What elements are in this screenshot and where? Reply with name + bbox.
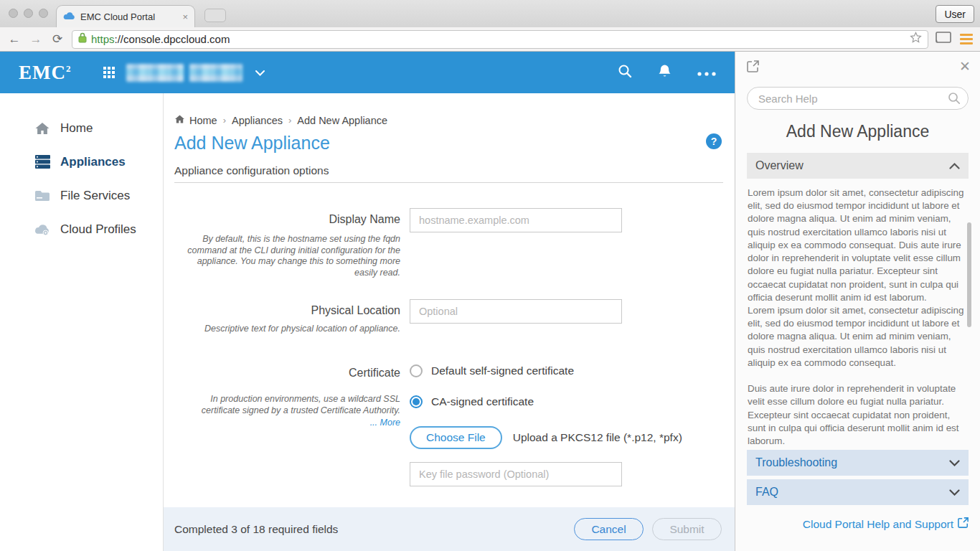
browser-menu-icon[interactable] bbox=[960, 34, 973, 44]
accordion-troubleshooting[interactable]: Troubleshooting bbox=[747, 450, 969, 476]
radio-button[interactable] bbox=[410, 395, 423, 408]
breadcrumb-home-icon bbox=[174, 114, 185, 126]
more-options-ellipsis-icon[interactable] bbox=[697, 66, 716, 79]
cloud-profiles-icon bbox=[34, 223, 51, 236]
cancel-button[interactable]: Cancel bbox=[574, 518, 644, 540]
physical-location-help-text: Descriptive text for physical location o… bbox=[174, 324, 400, 335]
emc-logo: EMC2 bbox=[19, 62, 72, 84]
help-support-link[interactable]: Cloud Portal Help and Support bbox=[747, 517, 969, 531]
breadcrumb-link[interactable]: Appliances bbox=[232, 115, 283, 126]
section-divider bbox=[174, 182, 723, 183]
display-name-row: Display Name By default, this is the hos… bbox=[174, 208, 723, 279]
help-overview-content: Lorem ipsum dolor sit amet, consectetur … bbox=[747, 179, 969, 446]
address-bar[interactable]: https://console.dpccloud.com bbox=[72, 30, 928, 49]
breadcrumb-separator: › bbox=[287, 115, 293, 126]
appliances-icon bbox=[34, 154, 51, 169]
display-name-input[interactable] bbox=[410, 208, 622, 232]
browser-tab[interactable]: EMC Cloud Portal × bbox=[56, 5, 195, 27]
sidebar-item-home[interactable]: Home bbox=[0, 111, 163, 145]
physical-location-row: Physical Location Descriptive text for p… bbox=[174, 299, 723, 335]
new-tab-button[interactable] bbox=[204, 9, 226, 22]
cast-icon[interactable] bbox=[936, 32, 951, 47]
forward-icon[interactable]: → bbox=[29, 32, 43, 47]
url-scheme: https bbox=[91, 33, 115, 45]
tab-title: EMC Cloud Portal bbox=[80, 11, 177, 22]
chevron-up-icon bbox=[949, 159, 960, 172]
url-text: ://console.dpccloud.com bbox=[115, 33, 230, 45]
window-controls[interactable] bbox=[9, 9, 48, 18]
sidebar-item-cloud-profiles[interactable]: Cloud Profiles bbox=[0, 212, 163, 246]
page-help-icon[interactable]: ? bbox=[706, 133, 722, 149]
appliance-form: Display Name By default, this is the hos… bbox=[174, 208, 723, 486]
chevron-down-icon bbox=[949, 456, 960, 469]
physical-location-input[interactable] bbox=[410, 299, 622, 324]
accordion-label: Troubleshooting bbox=[755, 456, 837, 469]
help-panel-title: Add New Appliance bbox=[747, 122, 969, 141]
refresh-icon[interactable]: ⟳ bbox=[50, 32, 65, 47]
sidebar-item-label: Home bbox=[60, 121, 93, 136]
sidebar-nav: Home Appliances File Services bbox=[0, 93, 164, 551]
help-panel: ✕ Add New Appliance Overview Lorem ipsum… bbox=[735, 52, 980, 551]
display-name-help-text: By default, this is the hostname set usi… bbox=[174, 234, 400, 279]
app-header: EMC2 bbox=[0, 52, 735, 93]
app-switcher-grid-icon[interactable] bbox=[103, 67, 115, 78]
upload-hint-text: Upload a PKCS12 file (*.p12, *pfx) bbox=[513, 431, 682, 444]
accordion-label: FAQ bbox=[755, 486, 778, 499]
choose-file-button[interactable]: Choose File bbox=[410, 426, 502, 449]
browser-tab-strip: EMC Cloud Portal × User bbox=[0, 0, 980, 27]
browser-url-bar: ← → ⟳ https://console.dpccloud.com bbox=[0, 27, 980, 52]
open-in-new-window-icon[interactable] bbox=[747, 60, 759, 75]
bookmark-star-icon[interactable] bbox=[910, 32, 922, 47]
search-icon[interactable] bbox=[618, 64, 632, 81]
sidebar-item-appliances[interactable]: Appliances bbox=[0, 145, 163, 179]
workspace-name-redacted bbox=[189, 64, 242, 82]
home-icon bbox=[34, 121, 51, 136]
notifications-bell-icon[interactable] bbox=[658, 64, 672, 81]
submit-button[interactable]: Submit bbox=[652, 518, 722, 540]
help-paragraph: Duis aute irure dolor in reprehenderit i… bbox=[748, 382, 964, 446]
cloud-favicon bbox=[63, 10, 75, 23]
radio-label: CA-signed certificate bbox=[431, 395, 534, 408]
sidebar-item-file-services[interactable]: File Services bbox=[0, 179, 163, 212]
certificate-row: Certificate In production environments, … bbox=[174, 364, 723, 486]
key-file-password-input[interactable] bbox=[410, 462, 622, 486]
workspace-name-redacted bbox=[126, 64, 184, 82]
radio-button[interactable] bbox=[410, 364, 423, 377]
help-search-icon[interactable] bbox=[948, 92, 961, 108]
breadcrumb-separator: › bbox=[222, 115, 227, 126]
accordion-label: Overview bbox=[755, 159, 804, 172]
sidebar-item-label: Appliances bbox=[60, 155, 126, 169]
accordion-overview[interactable]: Overview bbox=[747, 153, 969, 179]
radio-label: Default self-signed certificate bbox=[431, 364, 574, 377]
section-subtitle: Appliance configuration options bbox=[174, 164, 723, 177]
breadcrumb-current: Add New Appliance bbox=[297, 115, 387, 126]
sidebar-item-label: Cloud Profiles bbox=[60, 222, 136, 237]
close-help-panel-icon[interactable]: ✕ bbox=[959, 58, 971, 75]
main-content: Home › Appliances › Add New Appliance Ad… bbox=[164, 93, 735, 551]
help-search-input[interactable] bbox=[747, 87, 969, 110]
chevron-down-icon bbox=[949, 486, 960, 499]
user-profile-button[interactable]: User bbox=[936, 5, 974, 23]
breadcrumb-link[interactable]: Home bbox=[189, 115, 217, 126]
certificate-help-text: In production environments, use a wildca… bbox=[174, 394, 400, 416]
back-icon[interactable]: ← bbox=[7, 32, 22, 47]
page-title: Add New Appliance bbox=[174, 133, 723, 154]
external-link-icon bbox=[958, 517, 969, 531]
help-scrollbar-thumb[interactable] bbox=[967, 222, 971, 327]
display-name-label: Display Name bbox=[174, 208, 400, 226]
certificate-more-link[interactable]: ... More bbox=[174, 418, 400, 428]
sidebar-item-label: File Services bbox=[60, 189, 130, 203]
physical-location-label: Physical Location bbox=[174, 299, 400, 317]
required-fields-progress: Completed 3 of 18 required fields bbox=[174, 523, 574, 536]
breadcrumb: Home › Appliances › Add New Appliance bbox=[174, 114, 723, 126]
accordion-faq[interactable]: FAQ bbox=[747, 479, 969, 505]
radio-default-self-signed[interactable]: Default self-signed certificate bbox=[410, 364, 682, 377]
chevron-down-icon[interactable] bbox=[255, 66, 265, 79]
lock-icon bbox=[78, 32, 87, 46]
help-paragraph: Lorem ipsum dolor sit amet, consectetur … bbox=[748, 187, 964, 369]
file-services-icon bbox=[34, 189, 51, 203]
certificate-label: Certificate bbox=[174, 364, 400, 380]
radio-ca-signed[interactable]: CA-signed certificate bbox=[410, 395, 682, 408]
form-footer: Completed 3 of 18 required fields Cancel… bbox=[164, 507, 735, 551]
tab-close-icon[interactable]: × bbox=[182, 11, 188, 22]
